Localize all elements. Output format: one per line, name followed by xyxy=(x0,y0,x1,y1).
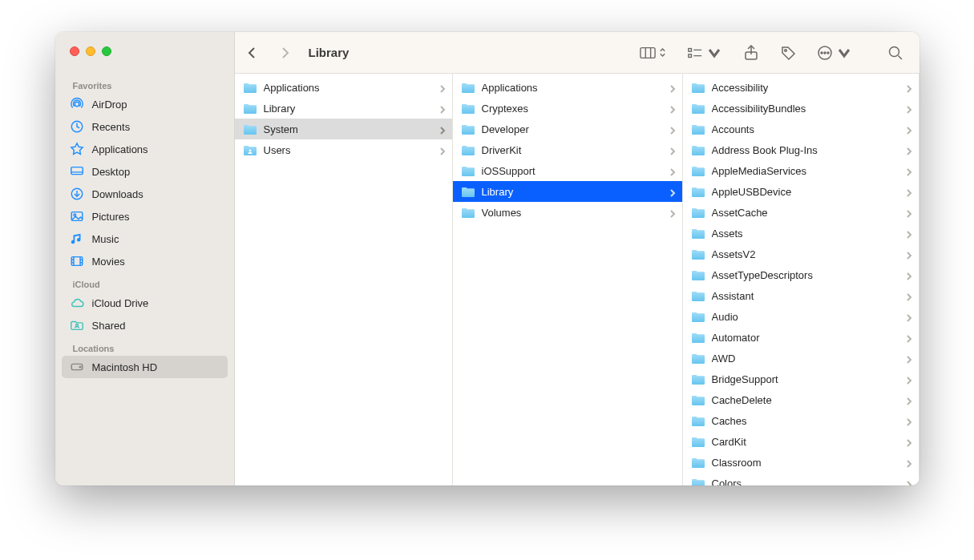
column-2: AccessibilityAccessibilityBundlesAccount… xyxy=(683,74,919,485)
folder-row[interactable]: CacheDelete xyxy=(683,389,919,410)
folder-row[interactable]: AssetTypeDescriptors xyxy=(683,264,919,285)
tag-button[interactable] xyxy=(780,42,796,64)
chevron-right-icon xyxy=(906,104,912,112)
sidebar-item-pictures[interactable]: Pictures xyxy=(62,205,228,228)
folder-row[interactable]: Caches xyxy=(683,410,919,431)
folder-row[interactable]: Audio xyxy=(683,306,919,327)
folder-row[interactable]: Applications xyxy=(453,77,682,98)
folder-row[interactable]: AppleMediaServices xyxy=(683,160,919,181)
folder-row[interactable]: Applications xyxy=(235,77,452,98)
sidebar-heading: Favorites xyxy=(55,74,234,93)
folder-icon xyxy=(691,290,705,302)
folder-row[interactable]: AWD xyxy=(683,348,919,369)
folder-icon xyxy=(691,165,705,177)
folder-row[interactable]: Classroom xyxy=(683,452,919,473)
sidebar-item-shared[interactable]: Shared xyxy=(62,314,228,336)
folder-row[interactable]: AssetsV2 xyxy=(683,244,919,264)
folder-icon xyxy=(461,123,475,135)
sidebar-item-downloads[interactable]: Downloads xyxy=(62,183,228,205)
folder-row[interactable]: Volumes xyxy=(453,202,682,223)
folder-name: Applications xyxy=(264,82,433,94)
sidebar-item-label: Pictures xyxy=(92,211,130,223)
sidebar-heading: Locations xyxy=(55,336,234,356)
sidebar-item-label: Music xyxy=(92,233,119,245)
sidebar-item-icloud-drive[interactable]: iCloud Drive xyxy=(62,292,228,314)
folder-icon xyxy=(461,144,475,156)
folder-row[interactable]: Assets xyxy=(683,223,919,244)
folder-name: Accounts xyxy=(712,123,899,135)
disk-icon xyxy=(70,360,84,374)
svg-point-17 xyxy=(79,366,81,368)
svg-point-33 xyxy=(249,149,251,151)
folder-row[interactable]: Users xyxy=(235,139,452,160)
folder-row[interactable]: CardKit xyxy=(683,431,919,452)
more-button[interactable] xyxy=(817,42,852,64)
chevron-right-icon xyxy=(906,437,912,445)
folder-icon xyxy=(691,269,705,281)
folder-row[interactable]: DriverKit xyxy=(453,139,682,160)
search-button[interactable] xyxy=(887,42,903,64)
view-columns-button[interactable] xyxy=(640,42,666,64)
folder-row[interactable]: iOSSupport xyxy=(453,160,682,181)
folder-row[interactable]: Library xyxy=(235,98,452,119)
folder-name: Cryptexes xyxy=(482,103,663,115)
forward-button[interactable] xyxy=(272,42,297,64)
minimize-button[interactable] xyxy=(86,46,95,56)
chevron-right-icon xyxy=(906,479,912,485)
chevron-right-icon xyxy=(669,187,676,195)
sidebar-item-label: Downloads xyxy=(92,188,143,200)
svg-point-31 xyxy=(889,46,899,56)
sidebar-item-desktop[interactable]: Desktop xyxy=(62,160,228,183)
folder-row[interactable]: Accessibility xyxy=(683,77,919,98)
svg-point-30 xyxy=(827,52,829,54)
folder-row[interactable]: AppleUSBDevice xyxy=(683,181,919,202)
maximize-button[interactable] xyxy=(102,46,111,56)
close-button[interactable] xyxy=(70,46,79,56)
sidebar-item-label: Applications xyxy=(92,143,148,155)
folder-row[interactable]: AssetCache xyxy=(683,202,919,223)
folder-row[interactable]: Address Book Plug-Ins xyxy=(683,139,919,160)
traffic-lights xyxy=(70,46,111,56)
folder-name: AssetTypeDescriptors xyxy=(712,269,899,281)
folder-name: AssetsV2 xyxy=(712,248,899,260)
folder-row[interactable]: Developer xyxy=(453,119,682,139)
sidebar-item-movies[interactable]: Movies xyxy=(62,250,228,272)
chevron-right-icon xyxy=(669,208,676,216)
chevron-right-icon xyxy=(906,146,912,154)
folder-row[interactable]: System xyxy=(235,119,452,139)
folder-name: Colors xyxy=(712,477,899,486)
sidebar-item-macintosh-hd[interactable]: Macintosh HD xyxy=(62,356,228,378)
folder-row[interactable]: Library xyxy=(453,181,682,202)
folder-name: AWD xyxy=(712,353,899,365)
chevron-right-icon xyxy=(669,104,676,112)
sidebar-item-recents[interactable]: Recents xyxy=(62,115,228,138)
back-button[interactable] xyxy=(240,42,265,64)
folder-name: Automator xyxy=(712,332,899,344)
folder-row[interactable]: Accounts xyxy=(683,119,919,139)
folder-row[interactable]: Cryptexes xyxy=(453,98,682,119)
sidebar-item-applications[interactable]: Applications xyxy=(62,138,228,160)
sidebar-item-music[interactable]: Music xyxy=(62,228,228,250)
folder-name: Audio xyxy=(712,311,899,323)
folder-row[interactable]: Assistant xyxy=(683,285,919,306)
folder-name: AccessibilityBundles xyxy=(712,103,899,115)
folder-name: Volumes xyxy=(482,207,663,219)
chevron-right-icon xyxy=(906,229,912,237)
folder-name: Library xyxy=(482,186,663,198)
pictures-icon xyxy=(70,209,84,224)
folder-name: BridgeSupport xyxy=(712,373,899,385)
group-by-button[interactable] xyxy=(687,42,722,64)
folder-name: AppleMediaServices xyxy=(712,165,899,177)
sidebar-item-airdrop[interactable]: AirDrop xyxy=(62,93,228,115)
folder-row[interactable]: Automator xyxy=(683,327,919,348)
svg-rect-21 xyxy=(688,48,691,51)
folder-row[interactable]: AccessibilityBundles xyxy=(683,98,919,119)
chevron-right-icon xyxy=(439,146,446,154)
movies-icon xyxy=(70,254,84,268)
svg-point-28 xyxy=(821,52,822,54)
folder-icon xyxy=(691,436,705,448)
folder-icon xyxy=(691,144,705,156)
folder-row[interactable]: BridgeSupport xyxy=(683,369,919,389)
share-button[interactable] xyxy=(743,42,759,64)
folder-row[interactable]: Colors xyxy=(683,473,919,485)
